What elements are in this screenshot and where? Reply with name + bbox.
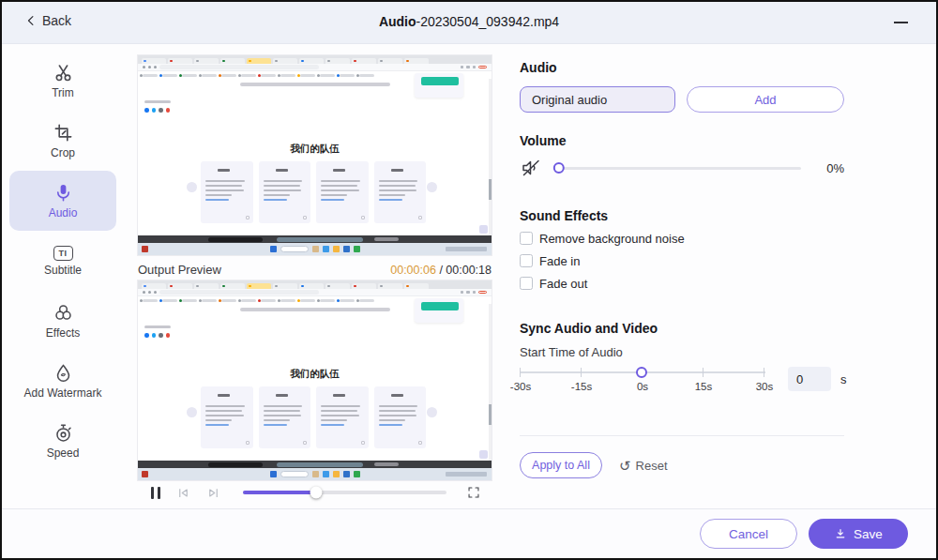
tick-mark bbox=[581, 368, 582, 377]
checkbox-icon[interactable] bbox=[520, 232, 533, 245]
back-to-top-button bbox=[479, 450, 488, 459]
playback-progress-slider[interactable] bbox=[243, 491, 447, 494]
start-time-handle[interactable] bbox=[636, 367, 647, 378]
sidebar-item-trim[interactable]: Trim bbox=[9, 51, 116, 111]
muted-speaker-icon[interactable] bbox=[520, 157, 542, 179]
team-heading: 我们的队伍 bbox=[138, 143, 492, 156]
divider bbox=[520, 435, 844, 436]
checkbox-icon[interactable] bbox=[520, 277, 533, 290]
pause-button[interactable] bbox=[151, 487, 160, 499]
social-icons bbox=[144, 108, 170, 113]
skip-back-icon bbox=[176, 486, 190, 500]
output-video-preview: 我们的队伍 相关文章 bbox=[138, 280, 492, 480]
carousel-left-arrow bbox=[187, 182, 197, 192]
team-heading: 我们的队伍 bbox=[138, 368, 492, 381]
sidebar-item-label: Add Watermark bbox=[24, 386, 102, 400]
carousel-right-arrow bbox=[427, 182, 437, 192]
start-time-input[interactable] bbox=[788, 367, 831, 391]
reset-button[interactable]: ↺ Reset bbox=[619, 459, 668, 473]
checkbox-remove-background-noise[interactable]: Remove background noise bbox=[520, 231, 685, 246]
sidebar-item-crop[interactable]: Crop bbox=[9, 111, 116, 171]
checkbox-fade-out[interactable]: Fade out bbox=[520, 276, 685, 291]
volume-handle[interactable] bbox=[553, 162, 565, 174]
reset-label: Reset bbox=[636, 459, 668, 473]
social-icons bbox=[144, 333, 170, 338]
sidebar-item-label: Speed bbox=[47, 446, 80, 460]
total-time: 00:00:18 bbox=[446, 264, 492, 277]
sidebar-item-subtitle[interactable]: TI Subtitle bbox=[9, 231, 116, 291]
tick-mark bbox=[703, 368, 704, 377]
browser-address-bar bbox=[138, 289, 492, 296]
next-frame-button[interactable] bbox=[206, 486, 220, 500]
browser-tab-strip bbox=[138, 55, 492, 64]
webpage-content: 我们的队伍 相关文章 bbox=[138, 79, 492, 235]
start-time-slider[interactable] bbox=[520, 366, 765, 379]
page-text-line bbox=[144, 325, 171, 328]
add-audio-button[interactable]: Add bbox=[687, 86, 844, 113]
carousel-left-arrow bbox=[187, 407, 197, 417]
sidebar-item-label: Trim bbox=[52, 86, 74, 99]
sidebar-item-label: Crop bbox=[51, 146, 75, 159]
apply-to-all-button[interactable]: Apply to All bbox=[520, 452, 602, 478]
output-preview-row: Output Preview 00:00:06 / 00:00:18 bbox=[138, 263, 492, 277]
skip-forward-icon bbox=[206, 486, 220, 500]
checkbox-icon[interactable] bbox=[520, 254, 533, 267]
speed-stopwatch-icon bbox=[53, 422, 74, 444]
windows-start-icon bbox=[270, 471, 277, 477]
page-card-panel bbox=[415, 298, 463, 323]
effects-circles-icon bbox=[53, 302, 74, 324]
slider-tick-labels: -30s -15s 0s 15s 30s bbox=[520, 381, 765, 394]
minimize-icon bbox=[894, 22, 908, 23]
watermark-droplet-icon bbox=[53, 362, 74, 384]
taskbar-search bbox=[280, 471, 309, 477]
scissors-icon bbox=[53, 62, 74, 83]
sidebar-item-effects[interactable]: Effects bbox=[9, 291, 116, 351]
playback-time: 00:00:06 / 00:00:18 bbox=[390, 264, 492, 277]
save-button[interactable]: Save bbox=[809, 519, 908, 549]
volume-heading: Volume bbox=[520, 133, 567, 148]
page-scrollbar bbox=[489, 304, 492, 461]
page-text-line bbox=[240, 308, 390, 311]
titlebar: Back Audio-20230504_093942.mp4 bbox=[2, 2, 936, 44]
page-text-line bbox=[144, 100, 171, 103]
volume-slider[interactable] bbox=[557, 167, 801, 170]
sound-effects-heading: Sound Effects bbox=[520, 208, 608, 223]
sidebar-item-add-watermark[interactable]: Add Watermark bbox=[9, 351, 116, 411]
windows-taskbar bbox=[138, 243, 492, 255]
tick-mark bbox=[520, 368, 521, 377]
apply-row: Apply to All ↺ Reset bbox=[520, 452, 668, 478]
input-video-preview: 我们的队伍 相关文章 bbox=[138, 55, 492, 255]
progress-handle[interactable] bbox=[310, 487, 322, 499]
microphone-icon bbox=[53, 182, 74, 204]
team-card bbox=[201, 386, 253, 448]
sidebar-item-speed[interactable]: Speed bbox=[9, 411, 116, 471]
page-text-line bbox=[240, 83, 390, 86]
previous-frame-button[interactable] bbox=[176, 486, 190, 500]
page-dark-banner bbox=[138, 235, 492, 243]
progress-fill bbox=[243, 491, 316, 494]
footer-bar: Cancel Save bbox=[2, 508, 936, 558]
original-audio-button[interactable]: Original audio bbox=[520, 86, 675, 113]
page-dark-banner bbox=[138, 461, 492, 468]
minimize-button[interactable] bbox=[891, 14, 910, 31]
audio-source-row: Original audio Add bbox=[520, 86, 844, 113]
subtitle-icon: TI bbox=[53, 246, 73, 261]
checkbox-fade-in[interactable]: Fade in bbox=[520, 253, 685, 268]
sidebar-item-label: Audio bbox=[49, 206, 78, 219]
teal-cta-button bbox=[421, 77, 459, 85]
fullscreen-button[interactable] bbox=[467, 486, 480, 499]
crop-icon bbox=[53, 122, 74, 144]
cancel-button[interactable]: Cancel bbox=[700, 519, 797, 549]
team-card bbox=[374, 161, 427, 223]
sidebar-item-audio[interactable]: Audio bbox=[9, 171, 116, 231]
fullscreen-icon bbox=[467, 486, 480, 499]
webpage-content: 我们的队伍 相关文章 bbox=[138, 304, 492, 461]
carousel-right-arrow bbox=[427, 407, 437, 417]
teal-cta-button bbox=[421, 302, 459, 310]
download-icon bbox=[834, 527, 847, 540]
player-controls bbox=[138, 479, 492, 506]
page-scrollbar bbox=[489, 79, 492, 235]
sound-effects-list: Remove background noise Fade in Fade out bbox=[520, 231, 685, 291]
team-card bbox=[316, 386, 369, 448]
start-time-label: Start Time of Audio bbox=[520, 345, 623, 359]
